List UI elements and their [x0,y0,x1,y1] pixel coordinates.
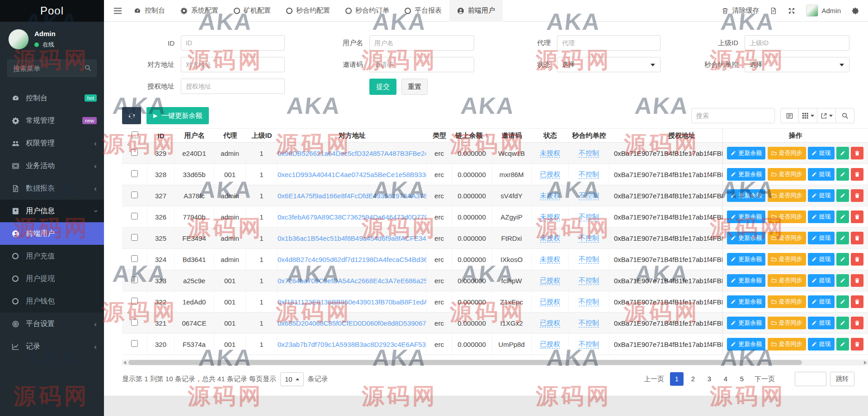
document-button[interactable] [770,7,777,14]
control-link[interactable]: 不控制 [579,170,599,179]
control-link[interactable]: 不控制 [579,213,599,221]
seconds-control-select[interactable]: 选择 [745,57,849,72]
scroll-left-arrow[interactable] [123,361,126,365]
page-number[interactable]: 3 [703,372,716,386]
tab-miner-config[interactable]: 矿机配置 [226,0,278,22]
withdraw-button[interactable]: 提现 [808,168,835,181]
tab-platform-reports[interactable]: 平台报表 [397,0,449,22]
prev-page-button[interactable]: 上一页 [644,375,664,383]
status-link[interactable]: 已授权 [540,298,560,306]
submit-button[interactable]: 提交 [369,79,396,95]
address-input[interactable] [181,57,285,72]
username-input[interactable] [369,35,474,51]
sync-button[interactable]: 是否同步 [768,317,806,329]
account-menu[interactable]: Admin [806,5,841,17]
edit-button[interactable] [836,338,849,351]
update-balance-button[interactable]: 更新余额 [727,317,765,329]
update-balance-button[interactable]: 更新余额 [727,168,765,181]
agent-input[interactable] [557,35,660,51]
sidebar-item-user-recharge[interactable]: 用户充值 [0,245,104,267]
control-link[interactable]: 不控制 [579,298,599,306]
row-checkbox[interactable] [131,170,138,177]
sidebar-item-user-wallet[interactable]: 用户钱包 [0,290,104,313]
delete-button[interactable] [851,274,863,287]
withdraw-button[interactable]: 提现 [808,147,835,159]
status-link[interactable]: 未授权 [540,255,560,264]
sync-button[interactable]: 是否同步 [768,210,806,223]
edit-button[interactable] [836,232,849,244]
tab-seconds-contract-config[interactable]: 秒合约配置 [278,0,338,22]
select-all-checkbox[interactable] [132,131,138,138]
delete-button[interactable] [851,168,863,181]
search-button[interactable] [836,108,854,123]
row-checkbox[interactable] [131,149,138,156]
parent-id-input[interactable] [745,35,849,51]
auth-address-input[interactable] [181,79,285,94]
withdraw-button[interactable]: 提现 [808,232,835,244]
status-select[interactable]: 选择 [557,57,660,72]
address-link[interactable]: 0x7264ba706C9efDA54Ac2668E4c3A7eE686a25c… [278,277,427,285]
status-link[interactable]: 未授权 [540,149,560,158]
update-balance-button[interactable]: 更新余额 [727,232,765,244]
address-link[interactable]: 0x98DB526621a64Dec5cfD324857A487B3FBe240… [278,150,427,157]
page-number[interactable]: 1 [670,372,684,386]
edit-button[interactable] [836,274,849,287]
control-link[interactable]: 不控制 [579,234,599,243]
page-size-select[interactable]: 10 [280,372,304,386]
update-balance-button[interactable]: 更新余额 [727,274,765,287]
id-input[interactable] [181,35,285,51]
delete-button[interactable] [851,338,863,351]
status-link[interactable]: 未授权 [540,213,560,221]
withdraw-button[interactable]: 提现 [808,295,835,308]
sync-button[interactable]: 是否同步 [768,253,806,266]
control-link[interactable]: 不控制 [579,255,599,264]
page-number[interactable]: 2 [686,372,700,386]
delete-button[interactable] [851,232,863,244]
row-checkbox[interactable] [131,319,138,326]
status-link[interactable]: 已授权 [540,319,560,327]
scroll-right-arrow[interactable] [864,361,867,365]
sidebar-item-business[interactable]: 业务活动 ‹ [0,154,104,177]
columns-button[interactable] [799,108,817,123]
menu-toggle-icon[interactable] [109,4,126,18]
control-link[interactable]: 不控制 [579,192,599,200]
edit-button[interactable] [836,210,849,223]
update-balance-button[interactable]: 更新余额 [727,147,765,159]
address-link[interactable]: 0x1b36ac1B54ec51b4f8B49a454d6f9a8fACFE34… [278,234,427,242]
edit-button[interactable] [836,317,849,329]
withdraw-button[interactable]: 提现 [808,338,835,351]
sidebar-item-general[interactable]: 常规管理 new [0,109,104,132]
clear-cache-button[interactable]: 清除缓存 [722,6,759,15]
status-link[interactable]: 未授权 [540,192,560,200]
sidebar-item-front-users[interactable]: 前端用户 [0,222,104,245]
fullscreen-button[interactable] [788,7,795,14]
sync-button[interactable]: 是否同步 [768,168,806,181]
col-balance[interactable]: 链上余额▲▼ [452,128,492,143]
withdraw-button[interactable]: 提现 [808,253,835,266]
withdraw-button[interactable]: 提现 [808,274,835,287]
withdraw-button[interactable]: 提现 [808,317,835,329]
status-link[interactable]: 已授权 [540,340,560,349]
update-balance-button[interactable]: 更新余额 [727,338,765,351]
sidebar-item-records[interactable]: 记录 ‹ [0,335,104,358]
control-link[interactable]: 不控制 [579,149,599,158]
sync-button[interactable]: 是否同步 [768,232,806,244]
settings-button[interactable] [852,7,859,14]
address-link[interactable]: 0xec1D993A40441C4ae07425a5BeCe1e58B933d6… [278,171,427,178]
status-link[interactable]: 已授权 [540,276,560,285]
row-checkbox[interactable] [131,192,138,198]
update-balance-button[interactable]: 更新余额 [727,295,765,308]
next-page-button[interactable]: 下一页 [755,375,775,383]
table-search-input[interactable] [691,108,775,123]
tab-seconds-contract-orders[interactable]: 秒合约订单 [338,0,397,22]
reset-button[interactable]: 重置 [401,79,428,95]
jump-page-input[interactable] [795,372,826,386]
address-link[interactable]: 0xc3febA679A89C38C7362594Da646473d0D7794… [278,213,427,221]
sidebar-item-user-withdraw[interactable]: 用户提现 [0,267,104,290]
delete-button[interactable] [851,210,863,223]
row-checkbox[interactable] [131,234,138,241]
address-link[interactable]: 0x4d8B27c4c905d62df7d12198DA4fecaC54Bd36… [278,256,427,263]
jump-button[interactable]: 跳转 [830,372,854,386]
sidebar-item-permissions[interactable]: 权限管理 ‹ [0,132,104,154]
detail-view-button[interactable] [780,108,799,123]
